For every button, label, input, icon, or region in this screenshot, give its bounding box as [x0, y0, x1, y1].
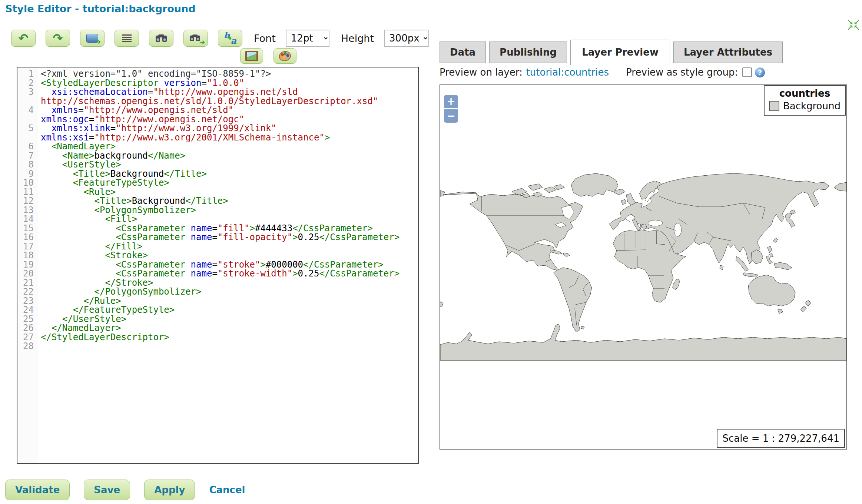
code-line: 12 <Title>Background</Title> [17, 196, 418, 206]
line-number: 21 [17, 278, 38, 288]
code-line: 27</StyledLayerDescriptor> [17, 333, 418, 342]
apply-button[interactable]: Apply [144, 480, 195, 500]
replace-ba-icon: b➔a [224, 33, 236, 44]
line-number: 1 [17, 69, 38, 79]
code-line: 10 <FeatureTypeStyle> [17, 178, 418, 188]
code-line: 17 </Fill> [17, 242, 418, 251]
code-lines: 1<?xml version="1.0" encoding="ISO-8859-… [17, 67, 418, 351]
tab-layer-preview[interactable]: Layer Preview [570, 40, 670, 65]
font-size-select[interactable]: 12pt [286, 30, 329, 47]
reformat-xml-icon: ➔ [86, 34, 98, 43]
preview-layer-link[interactable]: tutorial:countries [526, 67, 609, 78]
tab-layer-attributes[interactable]: Layer Attributes [673, 42, 783, 63]
editor-height-select[interactable]: 300px [384, 30, 429, 47]
code-line: 24 </FeatureTypeStyle> [17, 305, 418, 315]
map-preview-panel[interactable]: + − countries Background Scale = 1 : 279… [440, 84, 847, 450]
world-map[interactable] [440, 85, 846, 363]
reformat-xml-button[interactable]: ➔ [80, 30, 105, 47]
line-number: 2 [17, 79, 38, 88]
code-line: 4 xmlns="http://www.opengis.net/sld" xml… [17, 106, 418, 124]
sld-code-editor[interactable]: 1<?xml version="1.0" encoding="ISO-8859-… [17, 67, 419, 464]
line-number: 6 [17, 142, 38, 151]
zoom-in-button[interactable]: + [444, 95, 458, 108]
redo-icon: ↷ [53, 32, 63, 44]
line-number: 27 [17, 333, 38, 342]
redo-button[interactable]: ↷ [46, 30, 70, 47]
style-editor-page: Style Editor - tutorial:background ↶ ↷ ➔ [0, 0, 862, 504]
preview-controls: Preview on layer: tutorial:countries Pre… [440, 67, 847, 78]
editor-toolbar-row2 [240, 48, 296, 64]
code-line: 15 <CssParameter name="fill">#444433</Cs… [17, 224, 418, 233]
collapse-panel-icon[interactable] [846, 19, 861, 31]
line-number: 3 [17, 87, 38, 106]
font-label: Font [254, 33, 276, 44]
action-bar: Validate Save Apply Cancel [5, 480, 245, 500]
insert-image-button[interactable] [240, 48, 263, 64]
zoom-out-button[interactable]: − [444, 109, 458, 123]
height-label: Height [341, 33, 374, 44]
code-line: 25 </UserStyle> [17, 315, 418, 324]
code-line: 8 <UserStyle> [17, 160, 418, 169]
code-line: 7 <Name>background</Name> [17, 151, 418, 160]
style-group-label: Preview as style group: [626, 67, 738, 78]
code-line: 20 <CssParameter name="stroke-width">0.2… [17, 269, 418, 278]
find-button[interactable] [149, 30, 173, 47]
legend-swatch [769, 101, 779, 111]
auto-indent-button[interactable] [115, 30, 139, 47]
line-number: 5 [17, 124, 38, 142]
line-number: 28 [17, 342, 38, 351]
code-line: 22 </PolygonSymbolizer> [17, 287, 418, 296]
code-line: 14 <Fill> [17, 215, 418, 224]
legend-label: Background [783, 100, 841, 112]
code-line: 2<StyledLayerDescriptor version="1.0.0" [17, 79, 418, 88]
legend-entries: Background [769, 100, 841, 112]
line-number: 20 [17, 269, 38, 278]
color-picker-button[interactable] [273, 48, 296, 64]
legend-title: countries [769, 88, 841, 99]
save-button[interactable]: Save [84, 480, 130, 500]
line-number: 8 [17, 160, 38, 169]
preview-on-layer-label: Preview on layer: [440, 67, 523, 78]
line-number: 19 [17, 260, 38, 269]
line-number: 23 [17, 296, 38, 306]
undo-button[interactable]: ↶ [11, 30, 36, 47]
line-number: 18 [17, 251, 38, 260]
code-line: 1<?xml version="1.0" encoding="ISO-8859-… [17, 69, 418, 79]
cancel-link[interactable]: Cancel [209, 484, 245, 495]
replace-button[interactable]: b➔a [218, 30, 242, 47]
code-line: 11 <Rule> [17, 188, 418, 197]
line-number: 16 [17, 233, 38, 242]
palette-icon [279, 51, 291, 61]
legend-entry: Background [769, 100, 841, 112]
help-icon[interactable]: ? [755, 67, 765, 77]
validate-button[interactable]: Validate [5, 480, 70, 500]
line-number: 11 [17, 188, 38, 197]
style-group-checkbox[interactable] [742, 67, 752, 77]
line-number: 22 [17, 287, 38, 296]
binoculars-icon [155, 34, 168, 43]
tab-data[interactable]: Data [440, 42, 486, 63]
line-number: 12 [17, 196, 38, 206]
line-number: 17 [17, 242, 38, 251]
find-next-button[interactable]: ➔ [183, 30, 208, 47]
code-line: 21 </Stroke> [17, 278, 418, 288]
line-number: 15 [17, 224, 38, 233]
code-line: 16 <CssParameter name="fill-opacity">0.2… [17, 233, 418, 242]
code-line: 26 </NamedLayer> [17, 324, 418, 333]
code-line: 28 [17, 342, 418, 351]
world-map-land [440, 173, 846, 360]
code-line: 23 </Rule> [17, 296, 418, 306]
line-number: 26 [17, 324, 38, 333]
line-number: 14 [17, 215, 38, 224]
line-number: 10 [17, 178, 38, 188]
code-line: 6 <NamedLayer> [17, 142, 418, 151]
page-title: Style Editor - tutorial:background [5, 3, 196, 14]
picture-icon [245, 51, 258, 61]
code-line: 9 <Title>Background</Title> [17, 169, 418, 179]
undo-icon: ↶ [19, 32, 29, 44]
map-legend: countries Background [764, 85, 846, 116]
tab-publishing[interactable]: Publishing [489, 42, 567, 63]
map-zoom-controls: + − [444, 95, 458, 123]
editor-toolbar: ↶ ↷ ➔ [11, 30, 429, 47]
line-number: 13 [17, 206, 38, 215]
